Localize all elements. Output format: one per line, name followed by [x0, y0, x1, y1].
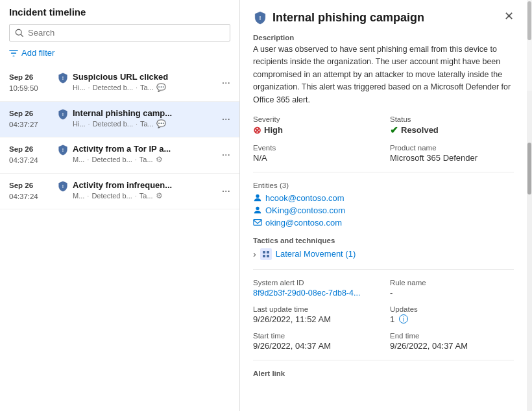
timeline-list: Sep 26 10:59:50 ! Suspicious URL clicked… — [0, 65, 239, 411]
item-icon-col: ! — [57, 180, 69, 192]
timeline-item[interactable]: Sep 26 10:59:50 ! Suspicious URL clicked… — [0, 65, 239, 102]
updates-cell: Updates 1 i — [390, 305, 514, 324]
user-entity-icon — [253, 206, 262, 215]
last-update-value: 9/26/2022, 11:52 AM — [253, 314, 377, 324]
item-content: Suspicious URL clicked Hi... · Detected … — [73, 72, 219, 92]
tactics-row: › Lateral Movement (1) — [253, 248, 514, 260]
svg-rect-12 — [263, 255, 265, 257]
meta3: Ta... — [139, 156, 153, 163]
meta1: M... — [73, 192, 84, 200]
detail-header: ! Internal phishing campaign ✕ — [253, 10, 514, 25]
divider3 — [253, 360, 514, 360]
system-alert-section: System alert ID 8f9d2b3f-29d0-08ec-7db8-… — [253, 279, 514, 351]
svg-text:!: ! — [260, 15, 261, 21]
tactic-name[interactable]: Lateral Movement (1) — [276, 249, 356, 259]
item-icon-col: ! — [57, 108, 69, 120]
svg-line-1 — [21, 34, 23, 36]
rule-name-value: - — [390, 288, 514, 298]
updates-info-icon[interactable]: i — [399, 314, 408, 323]
end-time-value: 9/26/2022, 04:37 AM — [390, 341, 514, 351]
item-meta: M... · Detected b... · Ta... ⚙ — [73, 155, 219, 164]
status-text: Resolved — [401, 125, 439, 135]
item-title: Activity from infrequen... — [73, 180, 193, 190]
resolved-icon: ✔ — [390, 124, 398, 136]
left-scroll-thumb[interactable] — [527, 143, 531, 194]
start-time-value: 9/26/2022, 04:37 AM — [253, 341, 377, 351]
user-entity-icon — [253, 193, 262, 202]
item-time: Sep 26 10:59:50 — [9, 72, 53, 95]
severity-value: ⊗ High — [253, 124, 377, 136]
add-filter-label: Add filter — [21, 48, 54, 58]
item-content: Activity from infrequen... M... · Detect… — [73, 180, 219, 200]
entity-link-1[interactable]: OKing@contoso.com — [253, 206, 514, 215]
filter-icon — [9, 49, 18, 58]
more-options-button[interactable]: ··· — [219, 186, 233, 196]
svg-text:!: ! — [62, 112, 64, 117]
item-icon-col: ! — [57, 72, 69, 84]
status-label: Status — [390, 115, 514, 123]
meta2: Detected b... — [91, 192, 132, 200]
entity-link-0[interactable]: hcook@contoso.com — [253, 193, 514, 203]
search-icon — [15, 29, 24, 38]
add-filter-button[interactable]: Add filter — [9, 47, 230, 59]
more-options-button[interactable]: ··· — [219, 114, 233, 124]
item-content: Activity from a Tor IP a... M... · Detec… — [73, 144, 219, 164]
rule-name-cell: Rule name - — [390, 279, 514, 298]
tag-icon: ⚙ — [156, 191, 163, 200]
rule-name-label: Rule name — [390, 279, 514, 287]
timeline-item[interactable]: Sep 26 04:37:24 ! Activity from infreque… — [0, 174, 239, 210]
item-meta: Hi... · Detected b... · Ta... 💬 — [73, 83, 219, 92]
item-title: Suspicious URL clicked — [73, 72, 193, 82]
description-label: Description — [253, 34, 514, 41]
product-name-label: Product name — [390, 144, 514, 152]
item-date: Sep 26 — [9, 144, 53, 155]
product-name-cell: Product name Microsoft 365 Defender — [390, 144, 514, 163]
item-clock: 10:59:50 — [9, 83, 53, 94]
alert-id-link[interactable]: 8f9d2b3f-29d0-08ec-7db8-4... — [253, 288, 360, 298]
item-time: Sep 26 04:37:27 — [9, 108, 53, 131]
entity-2-value: oking@contoso.com — [265, 218, 342, 228]
product-name-value: Microsoft 365 Defender — [390, 153, 514, 163]
timeline-item[interactable]: Sep 26 04:37:24 ! Activity from a Tor IP… — [0, 137, 239, 174]
svg-text:!: ! — [62, 75, 64, 81]
item-content: Internal phishing camp... Hi... · Detect… — [73, 108, 219, 128]
entity-0-value: hcook@contoso.com — [265, 193, 345, 203]
start-time-label: Start time — [253, 332, 377, 340]
last-update-label: Last update time — [253, 305, 377, 313]
high-severity-icon: ⊗ — [253, 124, 261, 136]
svg-rect-13 — [267, 255, 269, 257]
end-time-cell: End time 9/26/2022, 04:37 AM — [390, 332, 514, 351]
timeline-item[interactable]: Sep 26 04:37:27 ! Internal phishing camp… — [0, 102, 239, 138]
alert-grid: System alert ID 8f9d2b3f-29d0-08ec-7db8-… — [253, 279, 514, 351]
item-title: Activity from a Tor IP a... — [73, 144, 193, 154]
tag-icon: 💬 — [156, 119, 166, 128]
search-input[interactable] — [28, 28, 224, 38]
updates-value: 1 i — [390, 314, 514, 324]
entity-1-value: OKing@contoso.com — [265, 206, 345, 215]
item-date: Sep 26 — [9, 72, 53, 83]
meta1: Hi... — [73, 84, 86, 91]
info-grid: Severity ⊗ High Status ✔ Resolved Events… — [253, 115, 514, 163]
more-options-button[interactable]: ··· — [219, 78, 233, 88]
more-options-button[interactable]: ··· — [219, 150, 233, 160]
left-scrollbar[interactable] — [527, 91, 532, 411]
item-clock: 04:37:24 — [9, 155, 53, 166]
svg-text:!: ! — [62, 183, 64, 189]
alert-link-label: Alert link — [253, 370, 514, 377]
detail-panel: ! Internal phishing campaign ✕ Descripti… — [240, 0, 527, 411]
search-box[interactable] — [9, 24, 230, 41]
tactic-box-icon — [260, 248, 272, 260]
entity-link-2[interactable]: oking@contoso.com — [253, 218, 514, 228]
end-time-label: End time — [390, 332, 514, 340]
outer-scroll-thumb[interactable] — [527, 1, 531, 40]
updates-label: Updates — [390, 305, 514, 313]
item-time: Sep 26 04:37:24 — [9, 180, 53, 203]
svg-rect-10 — [263, 251, 265, 253]
severity-cell: Severity ⊗ High — [253, 115, 377, 136]
meta1: Hi... — [73, 120, 86, 128]
item-time: Sep 26 04:37:24 — [9, 144, 53, 167]
close-button[interactable]: ✕ — [504, 10, 514, 22]
tactic-chevron-icon[interactable]: › — [253, 249, 256, 259]
item-title: Internal phishing camp... — [73, 108, 193, 118]
events-label: Events — [253, 144, 377, 152]
